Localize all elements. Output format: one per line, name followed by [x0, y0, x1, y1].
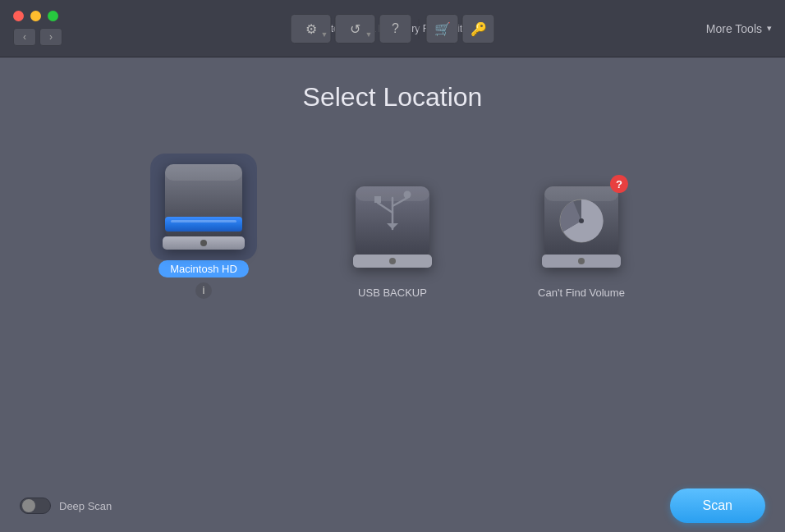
svg-point-4: [200, 240, 207, 246]
hdd-icon-macintosh-hd: [158, 158, 249, 256]
history-icon: ↺: [350, 21, 360, 37]
key-icon: 🔑: [471, 21, 487, 37]
main-content: Select Location: [0, 57, 785, 532]
bottom-bar: Deep Scan Scan: [0, 479, 785, 532]
drive-item-cant-find-volume[interactable]: ?: [528, 173, 635, 299]
svg-point-21: [579, 218, 584, 223]
toggle-knob: [22, 499, 35, 512]
svg-rect-5: [171, 220, 236, 222]
maximize-button[interactable]: [48, 11, 58, 21]
deep-scan-toggle: Deep Scan: [20, 498, 112, 514]
more-tools-button[interactable]: More Tools ▾: [706, 22, 772, 35]
cart-icon: 🛒: [434, 21, 451, 37]
back-button[interactable]: ‹: [13, 28, 36, 46]
settings-button[interactable]: ⚙ ▼: [291, 14, 332, 44]
drive-item-macintosh-hd[interactable]: Macintosh HD i: [150, 154, 257, 299]
scan-button[interactable]: Scan: [670, 488, 765, 523]
svg-point-14: [404, 190, 411, 198]
svg-rect-1: [165, 217, 242, 232]
settings-dropdown-arrow: ▼: [321, 30, 328, 39]
history-button[interactable]: ↺ ▼: [335, 14, 376, 44]
settings-icon: ⚙: [305, 21, 317, 37]
forward-button[interactable]: ›: [39, 28, 62, 46]
minimize-button[interactable]: [30, 11, 41, 21]
key-button[interactable]: 🔑: [462, 14, 495, 44]
drive-icon-wrapper-cant-find-volume: ?: [528, 173, 635, 280]
svg-rect-13: [374, 196, 381, 203]
more-tools-label: More Tools: [706, 22, 762, 35]
hdd-icon-usb-backup: [347, 180, 438, 274]
more-tools-dropdown-icon: ▾: [767, 23, 772, 34]
deep-scan-label: Deep Scan: [59, 500, 112, 512]
toolbar-separator: [419, 19, 420, 39]
svg-rect-2: [165, 164, 242, 181]
drive-item-usb-backup[interactable]: USB BACKUP: [339, 173, 446, 299]
svg-point-9: [389, 258, 396, 264]
drive-label-cant-find-volume: Can't Find Volume: [538, 287, 625, 299]
svg-rect-17: [544, 186, 618, 201]
toolbar: ⚙ ▼ ↺ ▼ ? 🛒 🔑: [291, 0, 495, 57]
window-controls: [13, 11, 62, 21]
svg-point-19: [578, 258, 585, 264]
history-dropdown-arrow: ▼: [365, 30, 373, 39]
hdd-icon-cant-find-volume: [536, 180, 627, 274]
help-button[interactable]: ?: [379, 14, 412, 44]
drive-icon-wrapper-macintosh-hd: [150, 154, 257, 260]
deep-scan-switch[interactable]: [20, 498, 51, 514]
page-title: Select Location: [303, 82, 483, 112]
title-bar: ‹ › ↩ Stellar Data Recovery Free Edition…: [0, 0, 785, 57]
drives-container: Macintosh HD i: [150, 154, 635, 299]
help-icon: ?: [392, 21, 399, 36]
drive-label-macintosh-hd: Macintosh HD: [158, 260, 249, 277]
drive-label-usb-backup: USB BACKUP: [358, 287, 427, 299]
drive-icon-wrapper-usb-backup: [339, 173, 446, 280]
drive-info-icon-macintosh-hd[interactable]: i: [195, 282, 212, 299]
close-button[interactable]: [13, 11, 24, 21]
error-badge: ?: [610, 175, 628, 193]
cart-button[interactable]: 🛒: [426, 14, 459, 44]
